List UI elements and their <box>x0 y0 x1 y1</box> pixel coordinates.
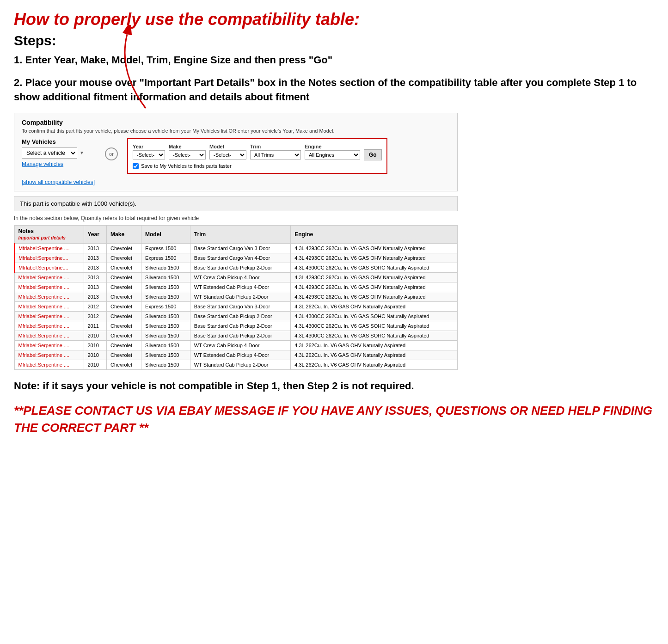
cell-trim: WT Crew Cab Pickup 4-Door <box>190 340 290 350</box>
cell-make: Chevrolet <box>107 311 141 321</box>
cell-notes: Mfrlabel:Serpentine .... <box>14 282 84 292</box>
cell-notes: Mfrlabel:Serpentine.... <box>14 253 84 263</box>
make-label: Make <box>169 144 206 149</box>
cell-model: Silverado 1500 <box>141 350 190 360</box>
table-row: Mfrlabel:Serpentine.... 2013 Chevrolet S… <box>14 263 458 272</box>
table-row: Mfrlabel:Serpentine .... 2010 Chevrolet … <box>14 340 458 350</box>
cell-model: Express 1500 <box>141 301 190 311</box>
cell-model: Silverado 1500 <box>141 321 190 331</box>
table-row: Mfrlabel:Serpentine .... 2013 Chevrolet … <box>14 282 458 292</box>
compatibility-subtitle: To confirm that this part fits your vehi… <box>22 128 450 134</box>
save-checkbox[interactable] <box>133 163 139 169</box>
table-row: Mfrlabel:Serpentine .... 2013 Chevrolet … <box>14 292 458 301</box>
contact-text: **PLEASE CONTACT US VIA EBAY MESSAGE IF … <box>14 402 654 436</box>
cell-notes: Mfrlabel:Serpentine .... <box>14 243 84 253</box>
cell-model: Silverado 1500 <box>141 263 190 272</box>
cell-notes: Mfrlabel:Serpentine .... <box>14 360 84 369</box>
cell-trim: Base Standard Cab Pickup 2-Door <box>190 263 290 272</box>
cell-engine: 4.3L 4300CC 262Cu. In. V6 GAS SOHC Natur… <box>291 263 458 272</box>
cell-make: Chevrolet <box>107 321 141 331</box>
cell-trim: Base Standard Cab Pickup 2-Door <box>190 321 290 331</box>
cell-trim: WT Standard Cab Pickup 2-Door <box>190 292 290 301</box>
show-all-link[interactable]: [show all compatible vehicles] <box>22 179 95 185</box>
step1-text: 1. Enter Year, Make, Model, Trim, Engine… <box>14 53 654 67</box>
year-label: Year <box>133 144 165 149</box>
quantity-note: In the notes section below, Quantity ref… <box>14 215 458 221</box>
cell-make: Chevrolet <box>107 263 141 272</box>
table-row: Mfrlabel:Serpentine .... 2013 Chevrolet … <box>14 272 458 282</box>
col-header-notes: Notes Important part details <box>14 225 84 243</box>
table-row: Mfrlabel:Serpentine .... 2012 Chevrolet … <box>14 311 458 321</box>
cell-year: 2013 <box>84 243 107 253</box>
cell-year: 2012 <box>84 301 107 311</box>
make-select[interactable]: -Select- <box>169 150 206 159</box>
main-title: How to properly use the compatibility ta… <box>14 9 654 29</box>
step2-text: 2. Place your mouse over "Important Part… <box>14 76 654 104</box>
manage-vehicles-link[interactable]: Manage vehicles <box>22 161 96 167</box>
cell-notes: Mfrlabel:Serpentine .... <box>14 350 84 360</box>
cell-engine: 4.3L 4300CC 262Cu. In. V6 GAS SOHC Natur… <box>291 311 458 321</box>
cell-engine: 4.3L 4293CC 262Cu. In. V6 GAS OHV Natura… <box>291 243 458 253</box>
cell-trim: WT Extended Cab Pickup 4-Door <box>190 350 290 360</box>
trim-select[interactable]: All Trims <box>250 150 301 159</box>
make-field: Make -Select- <box>169 144 206 159</box>
cell-engine: 4.3L 4300CC 262Cu. In. V6 GAS SOHC Natur… <box>291 321 458 331</box>
cell-trim: Base Standard Cab Pickup 2-Door <box>190 331 290 340</box>
table-row: Mfrlabel:Serpentine .... 2010 Chevrolet … <box>14 350 458 360</box>
cell-model: Silverado 1500 <box>141 340 190 350</box>
cell-notes: Mfrlabel:Serpentine .... <box>14 321 84 331</box>
col-header-make: Make <box>107 225 141 243</box>
engine-select[interactable]: All Engines <box>305 150 360 159</box>
cell-make: Chevrolet <box>107 243 141 253</box>
cell-trim: Base Standard Cargo Van 3-Door <box>190 301 290 311</box>
col-header-model: Model <box>141 225 190 243</box>
cell-year: 2011 <box>84 321 107 331</box>
cell-model: Silverado 1500 <box>141 272 190 282</box>
cell-make: Chevrolet <box>107 350 141 360</box>
col-header-trim: Trim <box>190 225 290 243</box>
cell-make: Chevrolet <box>107 292 141 301</box>
table-row: Mfrlabel:Serpentine .... 2010 Chevrolet … <box>14 331 458 340</box>
cell-model: Silverado 1500 <box>141 292 190 301</box>
go-button[interactable]: Go <box>364 149 382 160</box>
model-label: Model <box>209 144 246 149</box>
cell-trim: WT Crew Cab Pickup 4-Door <box>190 272 290 282</box>
save-row: Save to My Vehicles to finds parts faste… <box>133 163 382 169</box>
cell-notes: Mfrlabel:Serpentine .... <box>14 340 84 350</box>
cell-make: Chevrolet <box>107 331 141 340</box>
cell-make: Chevrolet <box>107 272 141 282</box>
compatibility-table: Notes Important part details Year Make M… <box>14 225 458 370</box>
engine-field: Engine All Engines <box>305 144 360 159</box>
year-select[interactable]: -Select- <box>133 150 165 159</box>
vehicle-select[interactable]: Select a vehicle <box>22 147 77 159</box>
cell-model: Silverado 1500 <box>141 360 190 369</box>
cell-trim: Base Standard Cargo Van 4-Door <box>190 253 290 263</box>
footer-note-box: Note: if it says your vehicle is not com… <box>14 379 654 436</box>
cell-notes: Mfrlabel:Serpentine .... <box>14 311 84 321</box>
cell-make: Chevrolet <box>107 282 141 292</box>
cell-model: Silverado 1500 <box>141 282 190 292</box>
cell-trim: Base Standard Cab Pickup 2-Door <box>190 311 290 321</box>
model-select[interactable]: -Select- <box>209 150 246 159</box>
cell-notes: Mfrlabel:Serpentine .... <box>14 301 84 311</box>
cell-year: 2013 <box>84 263 107 272</box>
cell-make: Chevrolet <box>107 360 141 369</box>
cell-model: Express 1500 <box>141 253 190 263</box>
year-field: Year -Select- <box>133 144 165 159</box>
compatible-banner: This part is compatible with 1000 vehicl… <box>14 196 458 211</box>
table-row: Mfrlabel:Serpentine .... 2011 Chevrolet … <box>14 321 458 331</box>
cell-year: 2010 <box>84 331 107 340</box>
cell-notes: Mfrlabel:Serpentine .... <box>14 272 84 282</box>
col-header-year: Year <box>84 225 107 243</box>
compatibility-title: Compatibility <box>22 119 450 126</box>
cell-engine: 4.3L 4293CC 262Cu. In. V6 GAS OHV Natura… <box>291 253 458 263</box>
cell-model: Express 1500 <box>141 243 190 253</box>
cell-engine: 4.3L 4300CC 262Cu. In. V6 GAS SOHC Natur… <box>291 331 458 340</box>
cell-make: Chevrolet <box>107 301 141 311</box>
cell-make: Chevrolet <box>107 253 141 263</box>
cell-year: 2013 <box>84 253 107 263</box>
cell-model: Silverado 1500 <box>141 331 190 340</box>
steps-title: Steps: <box>14 33 654 49</box>
cell-engine: 4.3L 262Cu. In. V6 GAS OHV Naturally Asp… <box>291 340 458 350</box>
cell-year: 2013 <box>84 272 107 282</box>
